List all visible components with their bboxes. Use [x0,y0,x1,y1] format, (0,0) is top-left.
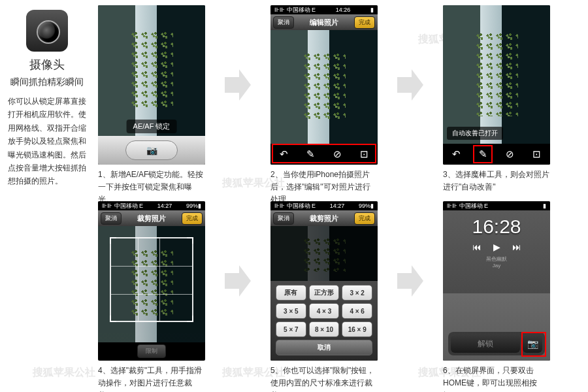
arrow-icon [397,265,423,297]
track-name: 黑色幽默 [443,256,550,263]
crop-grid[interactable] [110,237,193,322]
prev-track-icon[interactable]: ⏮ [472,242,482,252]
highlight-box [473,145,493,163]
caption-4: 4、选择"裁剪"工具，用手指滑动操作，对图片进行任意裁剪。 [98,365,205,392]
arrow-icon [397,69,423,101]
app-subtitle: 瞬间抓拍精彩瞬间 [8,76,86,88]
phone-crop: ⊪⊪ 中国移动 E14:2799%▮ 聚消 裁剪照片 完成 限制 [98,201,205,361]
header-title: 裁剪照片 [137,214,166,223]
step-6: ⊪⊪ 中国移动 E▮ 16:28 ⏮ ▶ ⏭ 黑色幽默 Jay 解锁 📷 [443,201,550,392]
edit-toolbar: ↶ ✎ ⊘ ⊡ [443,144,550,165]
step-2: ⊪⊪ 中国移动 E14:26▮ 聚消 编辑照片 完成 ↶ ✎ ⊘ ⊡ 2、当你使… [270,5,378,206]
cancel-button[interactable]: 聚消 [273,212,294,225]
unlock-slider[interactable]: 解锁 [451,335,520,353]
save-button[interactable]: 完成 [354,212,375,225]
aspect-4x3[interactable]: 4 × 3 [309,303,340,319]
status-carrier: ⊪⊪ 中国移动 E [102,202,143,210]
highlight-box [521,332,546,357]
status-carrier: ⊪⊪ 中国移动 E [274,202,316,210]
caption-6: 6、在锁屏界面，只要双击HOME键，即可出现照相按钮。 [443,365,550,392]
highlight-box [272,144,376,163]
artist-name: Jay [443,263,550,269]
aspect-5x7[interactable]: 5 × 7 [276,321,306,337]
constrain-button[interactable]: 限制 [137,344,166,358]
status-battery: 99%▮ [359,203,374,209]
aspect-3x2[interactable]: 3 × 2 [342,285,372,301]
step-3: 自动改善已打开 ↶ ✎ ⊘ ⊡ 3、选择魔棒工具，则会对照片进行"自动改善" [443,5,550,193]
aspect-square[interactable]: 正方形 [309,285,340,301]
cancel-button[interactable]: 聚消 [101,212,122,225]
status-time: 14:27 [330,203,345,209]
phone-auto-enhance: 自动改善已打开 ↶ ✎ ⊘ ⊡ [443,5,550,165]
play-icon[interactable]: ▶ [493,242,500,252]
app-title: 摄像头 [8,57,86,73]
status-battery: 99%▮ [186,203,201,209]
redeye-icon[interactable]: ⊘ [504,148,517,160]
auto-enhance-banner: 自动改善已打开 [447,127,503,140]
caption-3: 3、选择魔棒工具，则会对照片进行"自动改善" [443,169,550,193]
caption-1: 1、新增AE/AF锁定功能。轻按一下并按住可锁定聚焦和曝光。 [98,169,205,206]
step-1: AE/AF 锁定 📷 1、新增AE/AF锁定功能。轻按一下并按住可锁定聚焦和曝光… [98,5,205,206]
aspect-keypad: 原有 正方形 3 × 2 3 × 5 4 × 3 4 × 6 5 × 7 8 ×… [270,281,378,361]
save-button[interactable]: 完成 [354,16,375,29]
app-description: 你可以从锁定屏幕直接打开相机应用软件。使用网格线、双指开合缩放手势以及轻点聚焦和… [8,95,86,188]
crop-icon[interactable]: ⊡ [531,148,544,160]
status-time: 14:27 [157,203,172,209]
aspect-16x9[interactable]: 16 × 9 [342,321,372,337]
caption-2: 2、当你使用iPhone拍摄照片后，选择"编辑"可对照片进行处理。 [270,169,378,206]
header-title: 编辑照片 [310,18,338,27]
step-5: ⊪⊪ 中国移动 E14:2799%▮ 聚消 裁剪照片 完成 原有 正方形 3 ×… [270,201,378,392]
caption-5: 5、你也可以选择"限制"按钮，使用内置的尺寸标准来进行裁剪。 [270,365,378,392]
shutter-bar: 📷 [98,136,205,165]
intro-sidebar: 摄像头 瞬间抓拍精彩瞬间 你可以从锁定屏幕直接打开相机应用软件。使用网格线、双指… [8,10,86,188]
aspect-8x10[interactable]: 8 × 10 [309,321,340,337]
aspect-4x6[interactable]: 4 × 6 [342,303,372,319]
status-carrier: ⊪⊪ 中国移动 E [274,6,316,14]
arrow-icon [225,69,251,101]
aspect-3x5[interactable]: 3 × 5 [276,303,306,319]
aspect-original[interactable]: 原有 [276,285,306,301]
next-track-icon[interactable]: ⏭ [512,242,521,252]
cancel-button[interactable]: 聚消 [273,16,294,29]
ae-af-lock-label: AE/AF 锁定 [127,120,177,133]
watermark: 搜狐苹果公社 [33,366,95,380]
phone-camera: AE/AF 锁定 📷 [98,5,205,165]
arrow-icon [225,265,251,297]
status-time: 14:26 [336,7,351,13]
lock-time: 16:28 [443,216,550,238]
phone-lockscreen: ⊪⊪ 中国移动 E▮ 16:28 ⏮ ▶ ⏭ 黑色幽默 Jay 解锁 📷 [443,201,550,361]
aspect-cancel[interactable]: 取消 [276,340,372,355]
rotate-icon[interactable]: ↶ [450,148,463,160]
status-battery: ▮ [543,203,546,209]
save-button[interactable]: 完成 [182,212,203,225]
shutter-button[interactable]: 📷 [125,140,178,160]
phone-edit: ⊪⊪ 中国移动 E14:26▮ 聚消 编辑照片 完成 ↶ ✎ ⊘ ⊡ [270,5,378,165]
status-battery: ▮ [370,7,374,13]
phone-aspect: ⊪⊪ 中国移动 E14:2799%▮ 聚消 裁剪照片 完成 原有 正方形 3 ×… [270,201,378,361]
header-title: 裁剪照片 [310,214,338,223]
status-carrier: ⊪⊪ 中国移动 E [447,202,488,210]
step-4: ⊪⊪ 中国移动 E14:2799%▮ 聚消 裁剪照片 完成 限制 4、选择"裁剪… [98,201,205,392]
camera-app-icon [26,10,68,52]
